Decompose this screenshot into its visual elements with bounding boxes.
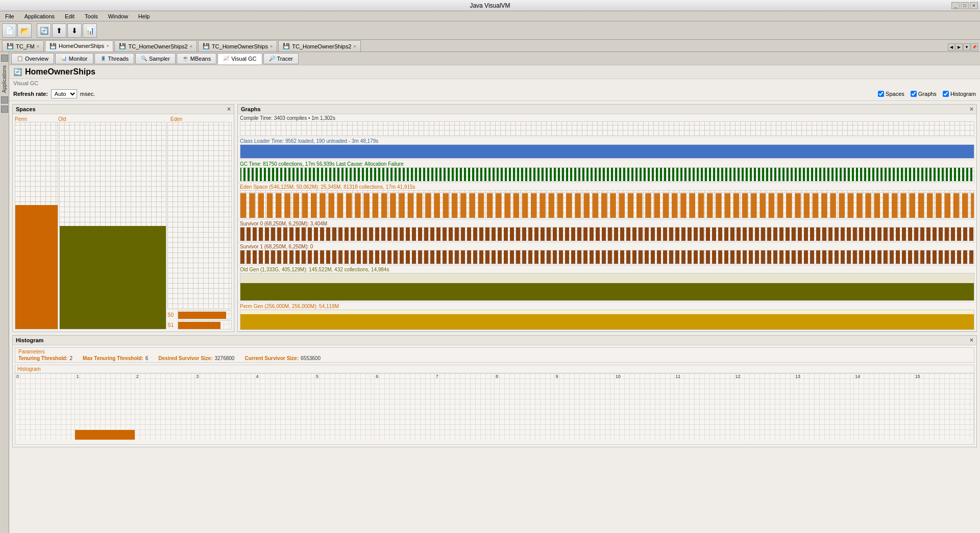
toolbar-btn1[interactable]: 🔄 — [37, 23, 51, 38]
tab-nav-down[interactable]: ▼ — [963, 43, 970, 50]
graph-row-gc: GC Time: 81750 collections, 17m 56,939s … — [238, 160, 976, 183]
checkbox-histogram-label: Histogram — [950, 91, 976, 97]
hist-col-0-label: 0 — [15, 373, 75, 379]
app-tab-tc-fm-close[interactable]: × — [37, 44, 39, 49]
s0-row: S0 — [167, 310, 232, 319]
histogram-panel: Histogram × Parameters Tenuring Threshol… — [12, 335, 977, 447]
tab-nav-pin[interactable]: 📌 — [971, 43, 978, 50]
toolbar-open-button[interactable]: 📂 — [17, 23, 32, 38]
tab-threads[interactable]: 🧵 Threads — [94, 53, 134, 64]
graphs-panel-close[interactable]: × — [970, 106, 973, 113]
gc-bars — [240, 168, 974, 181]
app-tab-tc-fm[interactable]: 💾 TC_FM × — [2, 40, 44, 52]
s0-bar-container — [178, 310, 232, 319]
tab-monitor[interactable]: 📊 Monitor — [55, 53, 93, 64]
checkbox-graphs[interactable]: Graphs — [911, 91, 937, 97]
toolbar-btn3[interactable]: ⬇ — [67, 23, 82, 38]
menu-edit[interactable]: Edit — [62, 12, 78, 20]
graph-row-surv0: Survivor 0 (68,250M, 6,250M): 3,404M — [238, 220, 976, 243]
restore-button[interactable]: □ — [961, 2, 969, 9]
hist-col-1: 1 — [75, 373, 135, 440]
menu-applications[interactable]: Applications — [21, 12, 58, 20]
tab-tracer-icon: 🔎 — [269, 56, 275, 61]
histogram-panel-title: Histogram — [16, 337, 43, 343]
close-button[interactable]: × — [970, 2, 978, 9]
tab-visualgc-label: Visual GC — [231, 56, 256, 62]
eden-s0s1-container: S0 S1 — [167, 122, 232, 329]
checkbox-histogram[interactable]: Histogram — [943, 91, 976, 97]
spaces-labels: Perm Old Eden — [15, 116, 232, 122]
hist-col-3-label: 3 — [195, 373, 254, 379]
side-icon-1[interactable] — [1, 55, 8, 62]
menu-file[interactable]: File — [2, 12, 17, 20]
window-title: Java VisualVM — [470, 2, 510, 9]
oldgen-fill — [240, 283, 974, 300]
tab-overview-label: Overview — [25, 56, 48, 62]
oldgen-label: Old Gen (1,333G, 405,129M): 145,522M, 43… — [240, 267, 974, 272]
hist-col-11: 11 — [674, 373, 734, 440]
tab-nav-left[interactable]: ◀ — [948, 43, 955, 50]
page-title: HomeOwnerShips — [25, 67, 95, 77]
gc-canvas — [240, 167, 974, 182]
permgen-fill — [240, 314, 974, 329]
graphs-panel: Graphs × Compile Time: 3403 compiles • 1… — [237, 104, 977, 332]
app-tab-tc-homeownerships2b[interactable]: 💾 TC_HomeOwnerShips2 × — [278, 40, 360, 52]
checkbox-spaces-input[interactable] — [878, 91, 884, 97]
hist-col-8: 8 — [495, 373, 554, 440]
s0-bar — [178, 312, 226, 319]
tab-monitor-label: Monitor — [69, 56, 88, 62]
param-current-surv: Current Survivor Size: 6553600 — [244, 356, 321, 361]
minimize-button[interactable]: _ — [951, 2, 960, 9]
hist-col-4-label: 4 — [255, 373, 314, 379]
app-tab-tc-homeownerships2a-label: TC_HomeOwnerShips2 — [128, 43, 187, 49]
histogram-panel-close[interactable]: × — [970, 337, 973, 344]
tab-nav-right[interactable]: ▶ — [955, 43, 963, 50]
app-tab-tc-homeownerships3[interactable]: 💾 TC_HomeOwnerShips × — [198, 40, 277, 52]
checkbox-graphs-input[interactable] — [911, 91, 917, 97]
side-icon-3[interactable] — [1, 106, 8, 113]
side-label-applications[interactable]: Applications — [1, 63, 8, 95]
hist-col-15-label: 15 — [914, 373, 973, 379]
checkbox-histogram-input[interactable] — [943, 91, 949, 97]
app-tab-homeownerships-close[interactable]: × — [106, 43, 109, 48]
toolbar-btn2[interactable]: ⬆ — [52, 23, 66, 38]
tab-overview[interactable]: 📋 Overview — [11, 53, 54, 64]
hist-col-10-label: 10 — [615, 373, 674, 379]
tab-threads-icon: 🧵 — [100, 56, 106, 61]
s1-bar-container — [178, 320, 232, 329]
title-bar: Java VisualVM _ □ × — [0, 0, 980, 11]
graphs-panel-title: Graphs — [241, 106, 261, 112]
hist-col-14: 14 — [854, 373, 914, 440]
toolbar-new-button[interactable]: 📄 — [2, 23, 16, 38]
menu-tools[interactable]: Tools — [82, 12, 101, 20]
spaces-label-eden-prefix — [165, 116, 170, 122]
app-tab-homeownerships[interactable]: 💾 HomeOwnerShips × — [45, 40, 114, 52]
hist-col-13-label: 13 — [794, 373, 853, 379]
refresh-rate-select[interactable]: Auto 100 200 500 1000 — [51, 89, 77, 98]
checkbox-spaces[interactable]: Spaces — [878, 91, 904, 97]
spaces-panel-close[interactable]: × — [227, 106, 231, 113]
sub-tab-bar: 📋 Overview 📊 Monitor 🧵 Threads 🔍 Sampler… — [9, 52, 980, 65]
menu-window[interactable]: Window — [105, 12, 131, 20]
eden-svg — [240, 191, 974, 218]
tab-sampler[interactable]: 🔍 Sampler — [135, 53, 176, 64]
app-tab-tc-homeownerships3-label: TC_HomeOwnerShips — [212, 43, 268, 49]
app-tab-tc-homeownerships2a-close[interactable]: × — [190, 44, 192, 49]
toolbar-btn4[interactable]: 📊 — [83, 23, 97, 38]
histogram-panel-header: Histogram × — [13, 336, 976, 345]
refresh-rate-label: Refresh rate: — [13, 91, 48, 97]
graphs-content: Compile Time: 3403 compiles • 1m 1,302s … — [238, 114, 976, 332]
tab-tracer[interactable]: 🔎 Tracer — [263, 53, 299, 64]
param-current-surv-label: Current Survivor Size: — [244, 356, 299, 361]
tab-mbeans[interactable]: ☕ MBeans — [177, 53, 216, 64]
side-icon-2[interactable] — [1, 96, 8, 104]
app-tab-tc-homeownerships2b-close[interactable]: × — [353, 44, 356, 49]
top-panels: Spaces × Perm Old Eden — [9, 101, 980, 335]
space-col-perm — [15, 122, 58, 329]
menu-help[interactable]: Help — [135, 12, 153, 20]
app-tab-homeownerships-icon: 💾 — [50, 43, 57, 49]
tab-visualgc[interactable]: 📈 Visual GC — [217, 53, 262, 64]
app-tab-tc-homeownerships2a[interactable]: 💾 TC_HomeOwnerShips2 × — [114, 40, 197, 52]
app-tab-tc-homeownerships3-close[interactable]: × — [270, 44, 273, 49]
hist-col-7-label: 7 — [435, 373, 494, 379]
